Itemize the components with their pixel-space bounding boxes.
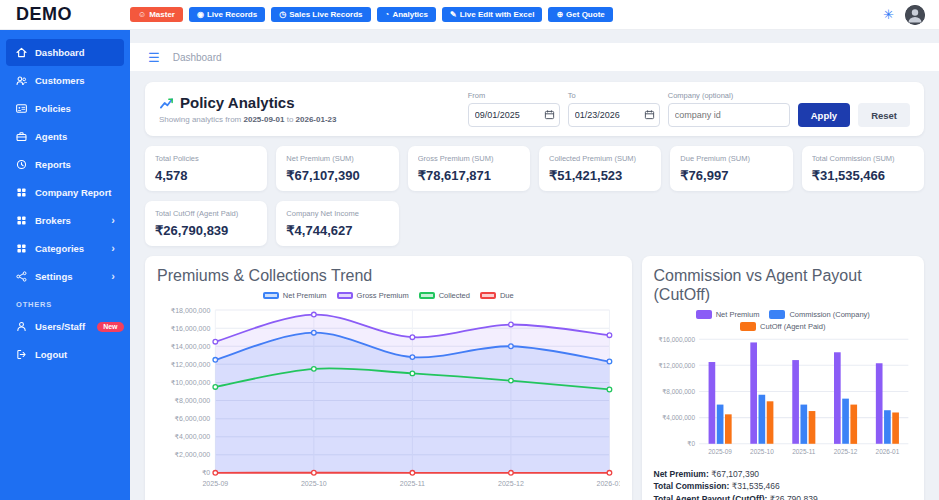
legend-swatch <box>740 322 756 331</box>
subtitle-mid: to <box>287 115 294 124</box>
sidebar-item-agents[interactable]: Agents <box>6 123 124 150</box>
app-logo[interactable]: DEMO <box>0 4 130 25</box>
stats-row-2: Total CutOff (Agent Paid)₹26,790,839 Com… <box>145 201 924 246</box>
bar-chart-legend: Net PremiumCommission (Company)CutOff (A… <box>654 310 912 331</box>
filter-form: From To Company (optional) <box>468 91 910 127</box>
nav-pill-sales-live-records[interactable]: ◷Sales Live Records <box>271 7 370 22</box>
sidebar-item-categories[interactable]: Categories › <box>6 235 124 262</box>
calendar-icon <box>644 109 655 120</box>
chevron-right-icon: › <box>111 271 115 282</box>
sidebar-item-logout[interactable]: Logout <box>6 341 124 368</box>
stat-label: Net Premium (SUM) <box>286 154 388 163</box>
sidebar-item-label: Categories <box>35 243 84 254</box>
apply-button[interactable]: Apply <box>798 103 850 127</box>
summary-agent-payout: Total Agent Payout (CutOff): ₹26,790,839 <box>654 494 912 500</box>
svg-text:₹12,000,000: ₹12,000,000 <box>171 361 211 368</box>
sidebar-item-label: Reports <box>35 159 71 170</box>
grid-icon <box>15 214 28 227</box>
legend-swatch <box>337 292 353 299</box>
legend-item[interactable]: Due <box>480 291 514 300</box>
stat-label: Gross Premium (SUM) <box>418 154 520 163</box>
line-chart-svg: ₹0₹2,000,000₹4,000,000₹6,000,000₹8,000,0… <box>157 302 620 493</box>
legend-item[interactable]: CutOff (Agent Paid) <box>740 322 825 331</box>
legend-swatch <box>263 292 279 299</box>
stat-card-due-premium: Due Premium (SUM)₹76,997 <box>670 146 792 191</box>
logout-icon <box>15 348 28 361</box>
stat-value: ₹26,790,839 <box>155 223 257 238</box>
sidebar-item-reports[interactable]: Reports <box>6 151 124 178</box>
nav-pill-analytics[interactable]: ◔Analytics <box>377 7 436 22</box>
svg-text:2025-12: 2025-12 <box>498 480 524 487</box>
stat-value: ₹67,107,390 <box>286 168 388 183</box>
company-input[interactable] <box>668 103 790 127</box>
sidebar-item-company-report[interactable]: Company Report <box>6 179 124 206</box>
analytics-title: Policy Analytics <box>180 94 295 111</box>
breadcrumb[interactable]: Dashboard <box>173 52 222 63</box>
subtitle-from-date: 2025-09-01 <box>244 115 285 124</box>
svg-text:₹8,000,000: ₹8,000,000 <box>662 388 695 395</box>
nav-pill-label: Analytics <box>392 10 428 19</box>
home-icon <box>15 46 28 59</box>
legend-item[interactable]: Commission (Company) <box>769 310 869 319</box>
nav-pill-master[interactable]: ☺Master <box>130 7 183 22</box>
svg-text:₹2,000,000: ₹2,000,000 <box>175 452 211 459</box>
sidebar-item-policies[interactable]: Policies <box>6 95 124 122</box>
premiums-trend-card: Premiums & Collections Trend Net Premium… <box>145 256 632 500</box>
stat-value: ₹78,617,871 <box>418 168 520 183</box>
content: Policy Analytics Showing analytics from … <box>130 71 939 500</box>
line-chart-legend: Net PremiumGross PremiumCollectedDue <box>157 291 620 300</box>
chart-summary: Net Premium: ₹67,107,390 Total Commissio… <box>654 469 912 500</box>
nav-pill-get-quote[interactable]: ⊕Get Quote <box>548 7 612 22</box>
user-avatar[interactable] <box>905 5 925 25</box>
stat-value: ₹31,535,466 <box>812 168 914 183</box>
svg-text:2025-10: 2025-10 <box>750 448 774 455</box>
snowflake-icon[interactable]: ✳ <box>883 8 894 21</box>
legend-swatch <box>480 292 496 299</box>
svg-text:2025-12: 2025-12 <box>833 448 857 455</box>
legend-item[interactable]: Collected <box>419 291 470 300</box>
stat-label: Company Net Income <box>286 209 388 218</box>
sidebar-item-label: Settings <box>35 271 72 282</box>
sidebar-item-brokers[interactable]: Brokers › <box>6 207 124 234</box>
legend-item[interactable]: Gross Premium <box>337 291 409 300</box>
subtitle-to-date: 2026-01-23 <box>296 115 337 124</box>
summary-net-premium: Net Premium: ₹67,107,390 <box>654 469 912 479</box>
reset-button[interactable]: Reset <box>858 103 910 127</box>
stat-label: Total Policies <box>155 154 257 163</box>
svg-text:2026-01: 2026-01 <box>597 480 620 487</box>
legend-item[interactable]: Net Premium <box>696 310 760 319</box>
nav-pill-label: Master <box>149 10 175 19</box>
calendar-icon <box>544 109 555 120</box>
nav-pill-live-records[interactable]: ◉Live Records <box>189 7 265 22</box>
toolbar: ☰ Dashboard <box>130 43 939 71</box>
svg-text:₹16,000,000: ₹16,000,000 <box>171 325 211 332</box>
sidebar-item-label: Policies <box>35 103 71 114</box>
stat-label: Total CutOff (Agent Paid) <box>155 209 257 218</box>
sidebar-item-customers[interactable]: Customers <box>6 67 124 94</box>
legend-item[interactable]: Net Premium <box>263 291 327 300</box>
sidebar-item-settings[interactable]: Settings › <box>6 263 124 290</box>
nav-pill-live-edit-excel[interactable]: ✎Live Edit with Excel <box>442 7 542 22</box>
menu-toggle-icon[interactable]: ☰ <box>148 51 160 64</box>
sidebar-item-label: Logout <box>35 349 67 360</box>
svg-text:₹18,000,000: ₹18,000,000 <box>171 307 211 314</box>
analytics-icon <box>159 95 174 110</box>
legend-swatch <box>696 310 712 319</box>
chevron-right-icon: › <box>111 215 115 226</box>
stat-card-total-policies: Total Policies4,578 <box>145 146 267 191</box>
summary-total-commission: Total Commission: ₹31,535,466 <box>654 481 912 491</box>
commission-payout-card: Commission vs Agent Payout (CutOff) Net … <box>642 256 924 500</box>
bar-chart-title: Commission vs Agent Payout (CutOff) <box>654 266 912 304</box>
sidebar-item-label: Brokers <box>35 215 71 226</box>
clock-icon <box>15 158 28 171</box>
stat-label: Collected Premium (SUM) <box>549 154 651 163</box>
chart-icon: ◔ <box>385 11 390 19</box>
sidebar-item-users-staff[interactable]: Users/Staff New <box>6 313 124 340</box>
stat-value: ₹76,997 <box>680 168 782 183</box>
sidebar-item-dashboard[interactable]: Dashboard <box>6 39 124 66</box>
stat-card-gross-premium: Gross Premium (SUM)₹78,617,871 <box>408 146 530 191</box>
sidebar-item-label: Dashboard <box>35 47 85 58</box>
analytics-title-row: Policy Analytics <box>159 94 336 111</box>
stat-value: ₹4,744,627 <box>286 223 388 238</box>
sidebar-item-label: Customers <box>35 75 85 86</box>
